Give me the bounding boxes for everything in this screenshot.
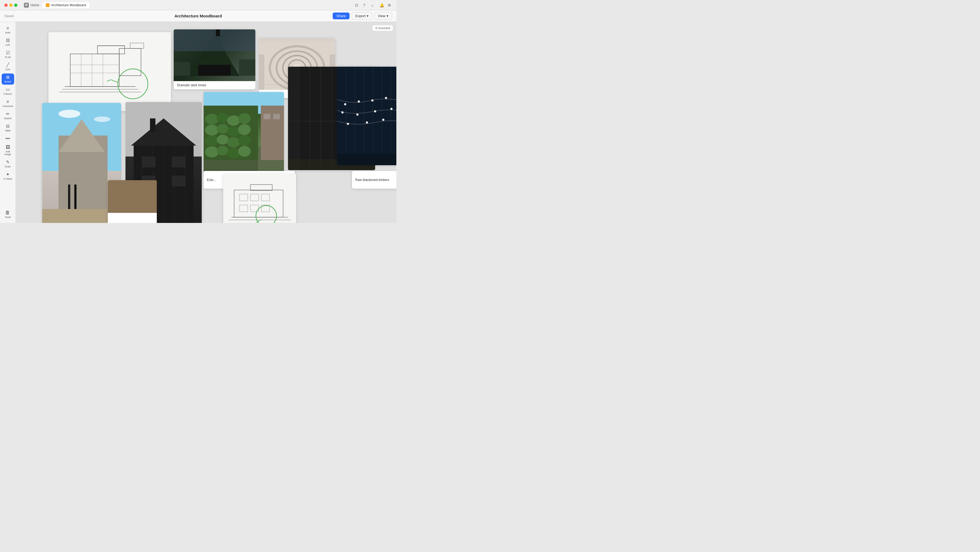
close-button[interactable] bbox=[4, 3, 8, 7]
card-dark-tones[interactable]: Dramatic dark tones bbox=[174, 29, 255, 89]
card-green-wall[interactable] bbox=[204, 92, 284, 172]
trash-icon: 🗑 bbox=[5, 210, 10, 215]
sidebar-board-label: Board bbox=[4, 80, 11, 83]
svg-point-79 bbox=[227, 137, 240, 148]
sidebar-item-link[interactable]: ⛓ Link bbox=[2, 37, 14, 48]
app-logo: M bbox=[24, 3, 29, 8]
tab-home-label: Home bbox=[30, 3, 39, 7]
white-sketch-background bbox=[223, 173, 296, 223]
comment-icon: ≡ bbox=[6, 100, 9, 104]
sidebar-draw-label: Draw bbox=[5, 165, 11, 168]
sidebar-item-todo[interactable]: ☑ To-do bbox=[2, 49, 14, 60]
card-raw-timbers[interactable]: Raw blackened timbers bbox=[352, 171, 396, 189]
svg-point-69 bbox=[205, 114, 219, 125]
main-content: ≡ Note ⛓ Link ☑ To-do ╱ Line ⊞ Board ▭ C… bbox=[0, 22, 396, 223]
svg-point-82 bbox=[217, 146, 229, 156]
sidebar-note-label: Note bbox=[5, 31, 10, 34]
svg-rect-30 bbox=[259, 54, 264, 92]
svg-point-122 bbox=[347, 123, 349, 125]
svg-point-117 bbox=[341, 111, 344, 113]
svg-point-72 bbox=[238, 113, 251, 124]
export-button[interactable]: Export ▾ bbox=[352, 12, 372, 20]
svg-rect-41 bbox=[288, 67, 299, 170]
svg-point-120 bbox=[390, 108, 393, 110]
sidebar: ≡ Note ⛓ Link ☑ To-do ╱ Line ⊞ Board ▭ C… bbox=[0, 22, 16, 223]
search-icon[interactable]: ⌕ bbox=[371, 3, 375, 7]
sidebar-todo-label: To-do bbox=[5, 56, 11, 59]
sidebar-item-column[interactable]: ▭ Column bbox=[2, 86, 14, 97]
titlebar-right: ⊡ ? ⌕ 🔔 ⚙ bbox=[355, 3, 392, 7]
svg-point-76 bbox=[238, 124, 251, 135]
ai-ideas-icon: ✦ bbox=[6, 172, 10, 177]
link-icon: ⛓ bbox=[6, 38, 10, 43]
board-icon: ⊞ bbox=[6, 75, 10, 80]
sidebar-item-trash[interactable]: 🗑 Trash bbox=[3, 208, 12, 220]
toolbar: Saved Architecture Moodboard Share Expor… bbox=[0, 10, 396, 22]
bell-icon[interactable]: 🔔 bbox=[379, 3, 384, 7]
add-image-icon: 🖼 bbox=[6, 145, 10, 150]
sidebar-item-board[interactable]: ⊞ Board bbox=[2, 73, 14, 85]
export-label: Export bbox=[355, 14, 366, 18]
svg-point-73 bbox=[205, 125, 219, 135]
svg-rect-0 bbox=[70, 54, 119, 87]
raw-timbers-label: Raw blackened timbers bbox=[355, 178, 389, 182]
device-icon[interactable]: ⊡ bbox=[355, 3, 360, 7]
view-button[interactable]: View ▾ bbox=[374, 12, 392, 20]
svg-point-118 bbox=[356, 113, 358, 116]
saved-status: Saved bbox=[4, 14, 14, 18]
todo-icon: ☑ bbox=[6, 51, 10, 55]
green-wall-background bbox=[204, 92, 284, 172]
svg-point-71 bbox=[227, 115, 240, 126]
svg-point-78 bbox=[217, 135, 229, 145]
traffic-lights bbox=[4, 3, 18, 7]
minimize-button[interactable] bbox=[9, 3, 13, 7]
sidebar-sketch-label: Sketch bbox=[4, 117, 12, 120]
sidebar-item-draw[interactable]: ✎ Draw bbox=[2, 158, 14, 170]
sidebar-item-table[interactable]: ⊟ Table bbox=[2, 122, 14, 134]
card-sketch[interactable] bbox=[48, 32, 171, 111]
titlebar: M Home Architecture Moodboard ⊡ ? ⌕ 🔔 ⚙ bbox=[0, 0, 396, 10]
sidebar-line-label: Line bbox=[5, 68, 10, 71]
card-white-sketch[interactable] bbox=[223, 173, 296, 223]
sidebar-item-comment[interactable]: ≡ Comment bbox=[2, 98, 14, 109]
sidebar-item-ai-ideas[interactable]: ✦ AI Ideas bbox=[2, 171, 14, 182]
svg-rect-18 bbox=[174, 29, 255, 51]
share-button[interactable]: Share bbox=[332, 13, 350, 19]
svg-point-83 bbox=[227, 148, 240, 158]
sketch-background bbox=[48, 32, 171, 111]
svg-point-84 bbox=[238, 146, 251, 157]
tab-architecture[interactable]: Architecture Moodboard bbox=[43, 2, 89, 8]
tab-arch-label: Architecture Moodboard bbox=[51, 3, 86, 7]
column-icon: ▭ bbox=[6, 87, 10, 92]
sidebar-item-more[interactable]: ••• bbox=[2, 135, 14, 142]
svg-point-113 bbox=[358, 100, 360, 103]
settings-icon[interactable]: ⚙ bbox=[388, 3, 392, 7]
svg-point-80 bbox=[238, 135, 251, 146]
card-string-lights[interactable] bbox=[337, 67, 396, 165]
svg-point-74 bbox=[217, 124, 229, 134]
sidebar-item-add-image[interactable]: 🖼 Add image bbox=[2, 143, 14, 157]
svg-rect-12 bbox=[130, 43, 144, 48]
sketch-icon: ✏ bbox=[6, 112, 10, 116]
more-icon: ••• bbox=[5, 136, 10, 141]
question-icon[interactable]: ? bbox=[363, 3, 368, 7]
svg-line-15 bbox=[107, 80, 111, 81]
fullscreen-button[interactable] bbox=[14, 3, 18, 7]
svg-point-123 bbox=[366, 121, 368, 124]
card-warm-stone[interactable]: Warm stone bbox=[108, 180, 157, 223]
svg-point-75 bbox=[227, 126, 240, 137]
sidebar-item-note[interactable]: ≡ Note bbox=[2, 24, 14, 36]
svg-point-119 bbox=[374, 110, 376, 112]
sidebar-ai-label: AI Ideas bbox=[3, 177, 12, 180]
svg-rect-89 bbox=[273, 114, 280, 119]
tab-home[interactable]: M Home bbox=[21, 2, 43, 9]
sidebar-item-sketch[interactable]: ✏ Sketch bbox=[2, 110, 14, 121]
dark-tones-background bbox=[174, 29, 255, 89]
sidebar-item-line[interactable]: ╱ Line bbox=[2, 61, 14, 72]
svg-point-45 bbox=[94, 116, 110, 122]
note-icon: ≡ bbox=[6, 26, 9, 30]
view-chevron-icon: ▾ bbox=[387, 14, 388, 18]
canvas[interactable]: 0 Unsorted bbox=[16, 22, 396, 223]
svg-rect-58 bbox=[142, 156, 156, 167]
tab-arch-icon bbox=[46, 3, 49, 7]
